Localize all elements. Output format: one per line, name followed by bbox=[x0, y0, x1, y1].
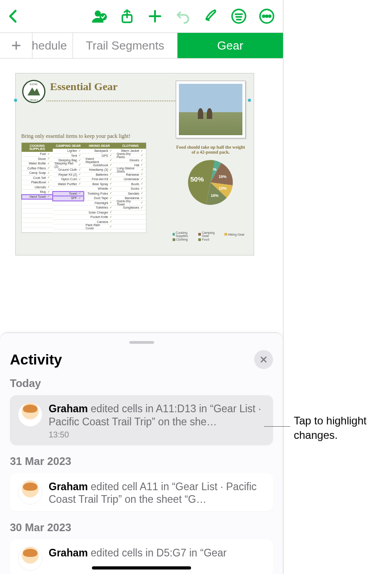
svg-text:TRAILS: TRAILS bbox=[30, 99, 38, 101]
svg-point-5 bbox=[263, 15, 264, 17]
home-indicator[interactable] bbox=[92, 566, 191, 569]
share-icon[interactable] bbox=[119, 8, 135, 24]
activity-title: Activity bbox=[10, 351, 62, 368]
svg-text:19%: 19% bbox=[219, 174, 227, 179]
trails-logo-icon: SCENICTRAILS bbox=[21, 79, 46, 104]
annotation-area bbox=[283, 0, 392, 574]
svg-text:16%: 16% bbox=[211, 193, 219, 198]
sheet-title: Essential Gear bbox=[50, 79, 118, 93]
activity-entry[interactable]: Graham edited cell A11 in “Gear List · P… bbox=[10, 473, 273, 512]
organize-icon[interactable] bbox=[231, 8, 247, 24]
svg-point-7 bbox=[269, 15, 271, 17]
svg-point-6 bbox=[266, 15, 268, 17]
svg-point-0 bbox=[95, 11, 100, 16]
gear-table[interactable]: COOKING SUPPLIESFuelStoveWater BottleCof… bbox=[21, 142, 146, 233]
svg-text:SCENIC: SCENIC bbox=[30, 83, 38, 86]
toolbar-cluster bbox=[91, 8, 279, 24]
svg-text:10%: 10% bbox=[219, 186, 227, 191]
collaborate-icon[interactable] bbox=[91, 8, 107, 24]
app-window: hedule Trail Segments Gear SCENICTRAILS … bbox=[0, 0, 283, 574]
toolbar bbox=[0, 0, 283, 32]
format-brush-icon[interactable] bbox=[203, 8, 219, 24]
add-sheet-button[interactable] bbox=[0, 33, 32, 58]
avatar bbox=[18, 480, 42, 505]
selection-handle-icon[interactable] bbox=[14, 99, 17, 102]
activity-group-label: 31 Mar 2023 bbox=[10, 455, 273, 468]
photo-caption: Food should take up half the weight of a… bbox=[176, 145, 246, 155]
tab-gear[interactable]: Gear bbox=[178, 33, 283, 58]
undo-icon bbox=[175, 8, 191, 24]
activity-entry-text: Graham edited cell A11 in “Gear List · P… bbox=[49, 480, 264, 506]
activity-entry-time: 13:50 bbox=[49, 430, 264, 440]
callout-text: Tap to highlight changes. bbox=[294, 414, 384, 443]
avatar bbox=[18, 402, 42, 427]
add-icon[interactable] bbox=[147, 8, 163, 24]
pie-chart[interactable]: 8%19%10%16%50% bbox=[186, 158, 235, 207]
activity-group-label: 30 Mar 2023 bbox=[10, 521, 273, 534]
close-button[interactable] bbox=[254, 350, 273, 369]
back-icon[interactable] bbox=[5, 8, 22, 24]
gear-sheet-card: SCENICTRAILS Essential Gear Bring only e… bbox=[15, 73, 254, 255]
tab-trail-segments[interactable]: Trail Segments bbox=[73, 33, 178, 58]
divider bbox=[46, 100, 186, 101]
activity-entry-text: Graham edited cells in A11:D13 in “Gear … bbox=[49, 402, 264, 428]
activity-entry[interactable]: Graham edited cells in A11:D13 in “Gear … bbox=[10, 395, 273, 445]
hikers-photo bbox=[176, 81, 246, 138]
selection-handle-icon[interactable] bbox=[248, 99, 251, 102]
activity-group-label: Today bbox=[10, 377, 273, 390]
activity-panel: Activity TodayGraham edited cells in A11… bbox=[0, 333, 283, 574]
callout-line bbox=[264, 426, 290, 427]
chart-legend: Cooking SuppliesCamping GearHiking GearC… bbox=[173, 231, 248, 241]
svg-text:50%: 50% bbox=[190, 175, 204, 183]
sheet-tab-bar: hedule Trail Segments Gear bbox=[0, 32, 283, 59]
avatar bbox=[18, 547, 42, 571]
panel-grabber[interactable] bbox=[129, 341, 154, 344]
activity-entry-text: Graham edited cells in D5:G7 in “Gear bbox=[49, 547, 264, 560]
more-icon[interactable] bbox=[259, 8, 275, 24]
tab-schedule[interactable]: hedule bbox=[32, 33, 73, 58]
